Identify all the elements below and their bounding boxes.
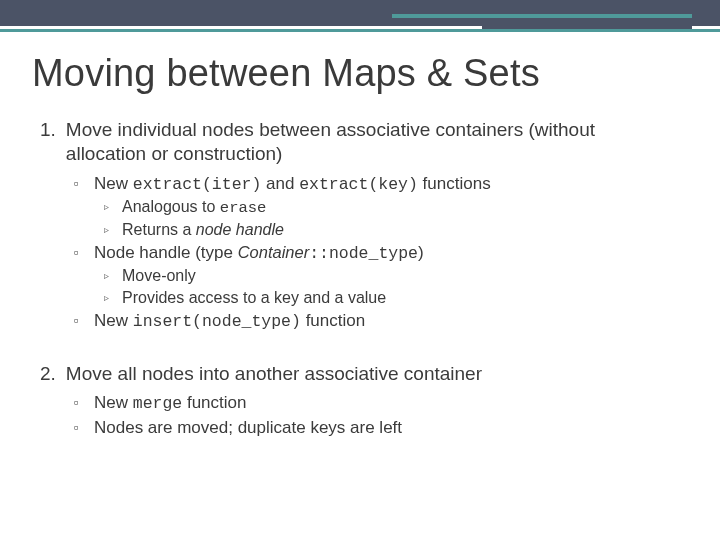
- text: Provides access to a key and a value: [122, 288, 386, 308]
- italic-node-handle: node handle: [196, 221, 284, 238]
- italic-container: Container: [238, 243, 309, 261]
- text: function: [301, 311, 365, 330]
- triangle-bullet-icon: ▹: [104, 220, 114, 240]
- triangle-bullet-icon: ▹: [104, 197, 114, 219]
- code-node-type: ::node_type: [309, 244, 418, 263]
- point-1: 1. Move individual nodes between associa…: [40, 118, 680, 332]
- text: ): [418, 243, 424, 262]
- text: Returns a: [122, 221, 196, 238]
- text: New: [94, 174, 133, 193]
- code-erase: erase: [220, 199, 267, 217]
- text: Node handle (type: [94, 243, 238, 262]
- square-bullet-icon: ▫: [74, 173, 86, 195]
- slide-title: Moving between Maps & Sets: [32, 52, 692, 95]
- triangle-bullet-icon: ▹: [104, 288, 114, 308]
- slide-body: 1. Move individual nodes between associa…: [40, 118, 680, 455]
- point-2: 2. Move all nodes into another associati…: [40, 362, 680, 438]
- bullet-extract-functions: ▫ New extract(iter) and extract(key) fun…: [74, 173, 680, 195]
- header-separator: [0, 32, 720, 35]
- bullet-nodes-moved: ▫ Nodes are moved; duplicate keys are le…: [74, 417, 680, 439]
- point-text: Move all nodes into another associative …: [66, 362, 482, 386]
- bullet-node-handle-type: ▫ Node handle (type Container::node_type…: [74, 242, 680, 264]
- text: Analogous to: [122, 198, 220, 215]
- point-number: 1.: [40, 118, 56, 167]
- bullet-merge-function: ▫ New merge function: [74, 392, 680, 414]
- text: functions: [418, 174, 491, 193]
- bullet-insert-function: ▫ New insert(node_type) function: [74, 310, 680, 332]
- subbullet-move-only: ▹ Move-only: [104, 266, 680, 286]
- subbullet-analogous-erase: ▹ Analogous to erase: [104, 197, 680, 219]
- point-number: 2.: [40, 362, 56, 386]
- code-merge: merge: [133, 394, 182, 413]
- text: Move-only: [122, 266, 196, 286]
- square-bullet-icon: ▫: [74, 242, 86, 264]
- text: function: [182, 393, 246, 412]
- text: New: [94, 311, 133, 330]
- square-bullet-icon: ▫: [74, 310, 86, 332]
- code-extract-iter: extract(iter): [133, 175, 262, 194]
- code-extract-key: extract(key): [299, 175, 418, 194]
- subbullet-key-value-access: ▹ Provides access to a key and a value: [104, 288, 680, 308]
- text: New: [94, 393, 133, 412]
- square-bullet-icon: ▫: [74, 417, 86, 439]
- square-bullet-icon: ▫: [74, 392, 86, 414]
- subbullet-returns-node-handle: ▹ Returns a node handle: [104, 220, 680, 240]
- header-band: [0, 0, 720, 26]
- text: and: [261, 174, 299, 193]
- point-text: Move individual nodes between associativ…: [66, 118, 680, 167]
- triangle-bullet-icon: ▹: [104, 266, 114, 286]
- code-insert: insert(node_type): [133, 312, 301, 331]
- text: Nodes are moved; duplicate keys are left: [94, 417, 402, 439]
